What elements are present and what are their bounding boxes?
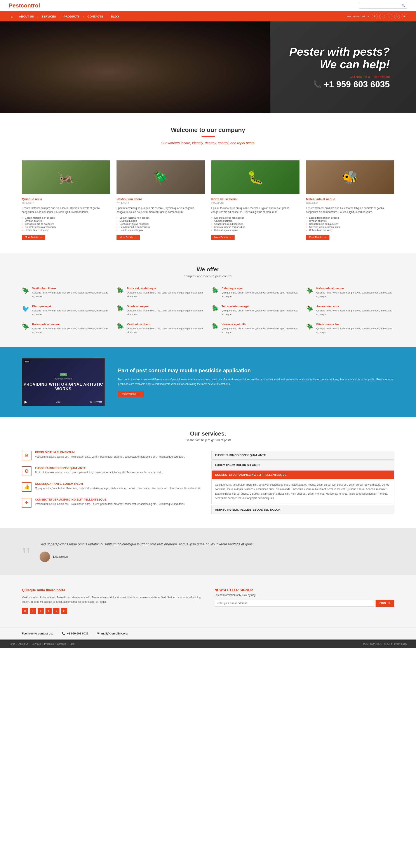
card-list-2: Epsum factorial non deposit Olypian quar… bbox=[116, 216, 205, 231]
play-button[interactable]: ▶ bbox=[25, 400, 27, 404]
hero-background bbox=[0, 22, 270, 113]
list-item: Congolium sic ad nauseum bbox=[306, 222, 394, 225]
newsletter-subtitle: Latest Information only. Day by day. bbox=[215, 594, 394, 597]
service-desc-1: Proin dictum elementum ante. Lorem ipsum… bbox=[35, 470, 162, 475]
offer-icon-0: 🪲 bbox=[22, 287, 30, 294]
offer-item-10: 🪲 Vivamus eget nilh Quisque nulla, Vivum… bbox=[211, 322, 300, 334]
service-item-0: 🖥 PROIN DICTUM ELEMENTUM Vestibulum iacu… bbox=[22, 451, 205, 460]
list-item: Epsum factorial non deposit bbox=[22, 216, 110, 219]
logo-accent: control bbox=[21, 2, 40, 9]
accordion-header-1[interactable]: LOREM IPSUM DOLOR SIT AMET bbox=[212, 461, 394, 469]
footer-bottom-right: PEST CONTROL © 2014 Privacy policy bbox=[363, 643, 407, 645]
header: Pestcontrol 🔍 bbox=[0, 0, 416, 11]
footer-bottom: Home / About Us / Services / Products / … bbox=[0, 640, 416, 648]
service-desc-2: Quisque nulla, Vestibulum libero nisl, p… bbox=[35, 486, 201, 491]
view-videos-button[interactable]: View videos bbox=[118, 391, 144, 397]
offer-title-2: Celerisque eget bbox=[222, 287, 300, 290]
offer-title-3: Nalesuada at, neque bbox=[316, 287, 394, 290]
social-googleplus[interactable]: g bbox=[387, 13, 392, 19]
footer-col-left-title: Quisque nulla libero porta bbox=[22, 588, 202, 592]
card-title-4: Malesuada at neque bbox=[306, 197, 394, 201]
card-details-btn-2[interactable]: More Details bbox=[116, 235, 140, 240]
card-desc-4: Epsum factorial quid pro quo hic escorol… bbox=[306, 206, 394, 214]
newsletter-email-input[interactable] bbox=[215, 600, 374, 607]
footer-col-right: NEWSLETTER SIGNUP Latest Information onl… bbox=[215, 588, 394, 614]
offer-title-4: Elerrique eget bbox=[32, 305, 110, 308]
card-details-btn-4[interactable]: More Details bbox=[306, 235, 330, 240]
offer-item-1: 🪲 Porta vel, scelerisque Quisque nulla, … bbox=[116, 287, 205, 298]
offer-icon-4: 🐦 bbox=[22, 305, 30, 312]
footer-social-twitter[interactable]: t bbox=[30, 608, 36, 614]
contact-phone[interactable]: +1 959 603 6035 bbox=[67, 632, 88, 635]
card-image-3: 🐛 bbox=[211, 160, 300, 194]
list-item: Deficto lingo est igpay bbox=[306, 228, 394, 231]
service-content-1: FUSCE EUISMOD CONSEQUAT ANTE Proin dictu… bbox=[35, 466, 162, 475]
footer-link-home[interactable]: Home bbox=[9, 643, 15, 645]
nav-item-products[interactable]: PRODUCTS bbox=[62, 15, 82, 18]
nav-item-blog[interactable]: BLOG bbox=[109, 15, 121, 18]
testimonial-text: Sed ut perspiciatis unde omnis uptatac c… bbox=[40, 541, 394, 562]
footer-social-pinterest[interactable]: p bbox=[53, 608, 60, 614]
footer-social-linkedin[interactable]: in bbox=[45, 608, 51, 614]
footer-link-contacts[interactable]: Contacts bbox=[57, 643, 66, 645]
newsletter-signup-button[interactable]: SIGN UP bbox=[376, 600, 394, 607]
nav-item-about[interactable]: ABOUT US bbox=[17, 15, 36, 18]
offer-icon-10: 🪲 bbox=[211, 323, 219, 330]
accordion-header-0[interactable]: FUSCE EUISMOD CONSEQUAT ANTE bbox=[212, 451, 394, 459]
footer-social-facebook[interactable]: f bbox=[38, 608, 44, 614]
card-details-btn-3[interactable]: More Details bbox=[211, 235, 235, 240]
list-item: Deficto lingo est igpay bbox=[211, 228, 300, 231]
contact-email[interactable]: mail@demolink.org bbox=[101, 632, 128, 635]
footer-link-blog[interactable]: Blog bbox=[70, 643, 74, 645]
contact-email-item: ✉ mail@demolink.org bbox=[97, 632, 128, 635]
offer-title-10: Vivamus eget nilh bbox=[222, 322, 300, 326]
offer-desc-9: Quisque nulla, Vivum libero nisl, porta … bbox=[127, 327, 205, 334]
search-input[interactable] bbox=[361, 4, 402, 7]
offer-desc-11: Quisque nulla, Vivum libero nisl, porta … bbox=[316, 327, 394, 334]
offer-content-10: Vivamus eget nilh Quisque nulla, Vivum l… bbox=[222, 322, 300, 334]
footer-link-products[interactable]: Products bbox=[44, 643, 54, 645]
card-details-btn-1[interactable]: More Details bbox=[22, 235, 45, 240]
offer-desc-0: Quisque nulla, Vivum libero nisl, porta … bbox=[32, 291, 110, 298]
offer-title-5: Suada al, neque bbox=[127, 305, 205, 308]
social-facebook[interactable]: f bbox=[372, 13, 378, 19]
social-twitter[interactable]: t bbox=[379, 13, 385, 19]
nav-links: ⌂ ABOUT US / SERVICES / PRODUCTS / CONTA… bbox=[9, 14, 121, 19]
offer-desc-10: Quisque nulla, Vivum libero nisl, porta … bbox=[222, 327, 300, 334]
accordion-header-2[interactable]: CONSECTETUER ADIPISCING ELIT PELLENTESQU… bbox=[212, 470, 394, 479]
search-box[interactable]: 🔍 bbox=[359, 3, 407, 8]
social-email[interactable]: ✉ bbox=[402, 13, 407, 19]
logo-text: Pest bbox=[9, 2, 21, 9]
footer-social-instagram[interactable]: in bbox=[61, 608, 67, 614]
offer-title-7: Aenean nec eros bbox=[316, 305, 394, 308]
nav-item-contacts[interactable]: CONTACTS bbox=[85, 15, 105, 18]
card-desc-3: Epsum factorial quid pro quo hic escorol… bbox=[211, 206, 300, 214]
offer-content-9: Vestibulum libero Quisque nulla, Vivum l… bbox=[127, 322, 205, 334]
social-linkedin[interactable]: in bbox=[394, 13, 400, 19]
footer-link-about[interactable]: About Us bbox=[19, 643, 28, 645]
footer-link-services[interactable]: Services bbox=[32, 643, 41, 645]
footer-social-googleplus[interactable]: g bbox=[22, 608, 28, 614]
card-list-3: Epsum factorial non deposit Olypian quar… bbox=[211, 216, 300, 231]
card-title-2: Vestibulum libero bbox=[116, 197, 205, 201]
card-date-1: 2014-03-18 bbox=[22, 202, 110, 205]
footer-bottom-links: Home / About Us / Services / Products / … bbox=[9, 643, 74, 645]
logo[interactable]: Pestcontrol bbox=[9, 2, 40, 9]
card-2: 🪲 Vestibulum libero 2014-03-18 Epsum fac… bbox=[116, 160, 205, 240]
video-player[interactable]: Intro from videohive.net PROVIDING WITH … bbox=[22, 358, 105, 406]
card-list-4: Epsum factorial non deposit Olypian quar… bbox=[306, 216, 394, 231]
accordion-header-3[interactable]: ADIPISCING ELIT. PELLENTESQUE SED DOLOR bbox=[212, 505, 394, 514]
card-image-1: 🦗 bbox=[22, 160, 110, 194]
card-list-1: Epsum factorial non deposit Olypian quar… bbox=[22, 216, 110, 231]
services-section: Our services. It is the fast help to get… bbox=[0, 417, 416, 528]
footer-top: Quisque nulla libero porta Vestibulum ia… bbox=[0, 575, 416, 627]
card-desc-2: Epsum factorial quid pro quo hic escorol… bbox=[116, 206, 205, 214]
nav-item-services[interactable]: SERVICES bbox=[39, 15, 58, 18]
offer-content-4: Elerrique eget Quisque nulla, Vivum libe… bbox=[32, 305, 110, 316]
offer-item-9: 🪲 Vestibulum libero Quisque nulla, Vivum… bbox=[116, 322, 205, 334]
offer-title-6: Tel, scelerisque eget bbox=[222, 305, 300, 308]
hero-heading: Pester with pests? We can help! bbox=[289, 45, 390, 70]
avatar bbox=[40, 552, 50, 562]
home-icon[interactable]: ⌂ bbox=[9, 14, 15, 19]
hd-label: HD bbox=[89, 401, 92, 403]
